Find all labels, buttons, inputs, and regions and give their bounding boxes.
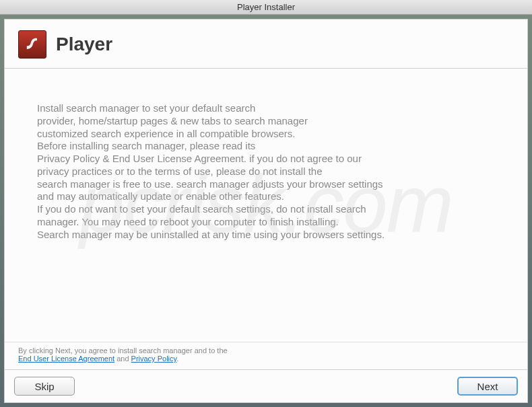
footer-prefix: By clicking Next, you agree to install s… — [18, 346, 228, 355]
skip-button[interactable]: Skip — [14, 377, 75, 396]
content-line: Before installing search manager, please… — [37, 140, 495, 153]
content-line: search manager is free to use. search ma… — [37, 178, 495, 191]
next-button[interactable]: Next — [457, 377, 518, 396]
flash-glyph-icon — [23, 35, 42, 54]
page-title: Player — [56, 34, 112, 55]
content-line: Privacy Policy & End User License Agreem… — [37, 153, 495, 165]
content-line: privacy practices or to the terms of use… — [37, 165, 495, 178]
header: Player — [5, 20, 527, 69]
content-line: Install search manager to set your defau… — [37, 102, 495, 115]
content-line: If you do not want to set your default s… — [37, 203, 495, 216]
footer-disclaimer: By clicking Next, you agree to install s… — [5, 342, 527, 370]
eula-link[interactable]: End User License Agreement — [18, 355, 114, 363]
flash-player-icon — [18, 30, 46, 59]
content-line: and may automatically update or enable o… — [37, 190, 495, 203]
content-line: provider, home/startup pages & new tabs … — [37, 115, 495, 128]
footer-and: and — [114, 355, 131, 363]
footer-period: . — [176, 355, 178, 363]
content-line: manager. You may need to reboot your com… — [37, 216, 495, 229]
privacy-link[interactable]: Privacy Policy — [131, 355, 177, 363]
window-title: Player Installer — [237, 2, 295, 12]
installer-window: Player Install search manager to set you… — [4, 19, 528, 403]
content-line: Search manager may be uninstalled at any… — [37, 229, 495, 242]
content-area: Install search manager to set your defau… — [5, 69, 527, 342]
titlebar: Player Installer — [0, 0, 532, 15]
button-bar: Skip Next — [5, 370, 527, 402]
content-line: customized search experience in all comp… — [37, 128, 495, 141]
